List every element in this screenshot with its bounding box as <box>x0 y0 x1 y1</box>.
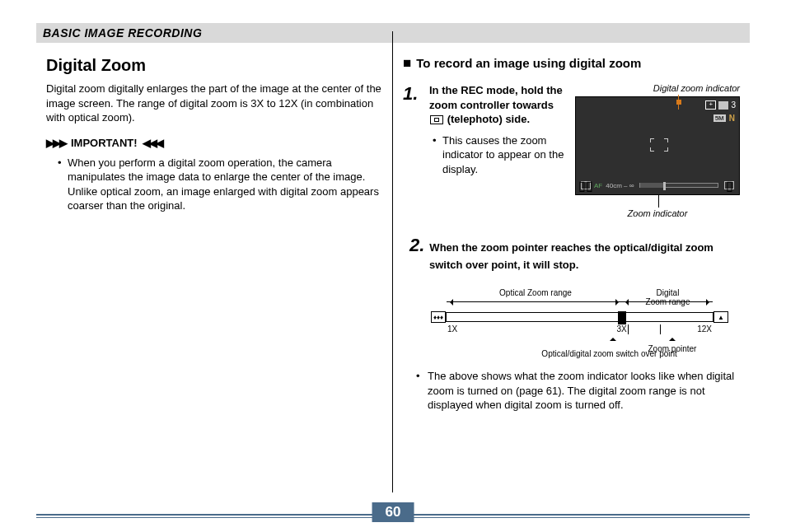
step-1: 1. In the REC mode, hold the zoom contro… <box>403 83 740 218</box>
step-1-text: In the REC mode, hold the zoom controlle… <box>429 83 567 218</box>
wide-end-icon: ♦♦♦ <box>431 311 446 323</box>
digital-arrows-icon <box>622 301 713 310</box>
callout-switch-point: Optical/digital zoom switch over point <box>503 349 717 358</box>
wide-icon: ▯▯ <box>581 181 591 189</box>
focus-distance: 40cm – ∞ <box>606 182 634 189</box>
section-header: BASIC IMAGE RECORDING <box>36 23 750 43</box>
shots-remaining: 3 <box>731 100 736 110</box>
step-1-bullets: This causes the zoom indicator to appear… <box>429 133 567 177</box>
image-size-badge: 5M <box>713 114 726 122</box>
step-2-lead: 2.When the zoom pointer reaches the opti… <box>429 233 740 272</box>
optical-arrows-icon <box>447 301 622 310</box>
caption-digital-zoom-indicator: Digital zoom indicator <box>575 83 740 93</box>
camera-screen-illustration: Digital zoom indicator 3 5M N <box>575 83 740 218</box>
column-divider <box>392 31 393 492</box>
caption-zoom-indicator: Zoom indicator <box>575 208 740 218</box>
quality-indicator: N <box>729 114 735 123</box>
procedure-heading-text: To record an image using digital zoom <box>416 56 641 70</box>
page-number: 60 <box>372 502 414 522</box>
status-icon <box>718 101 728 110</box>
magnify-icon <box>705 100 716 110</box>
deco-arrows-right-icon: ▶▶▶ <box>46 137 66 149</box>
procedure-heading: ■ To record an image using digital zoom <box>403 56 740 70</box>
important-list: When you perform a digital zoom operatio… <box>46 156 383 213</box>
important-heading: ▶▶▶ IMPORTANT! ◀◀◀ <box>46 137 383 149</box>
content-columns: Digital Zoom Digital zoom digitally enla… <box>36 51 750 413</box>
zoom-bar-icon <box>639 183 718 188</box>
deco-arrows-left-icon: ◀◀◀ <box>143 137 162 149</box>
digital-zoom-title: Digital Zoom <box>46 56 383 75</box>
lcd-row-2: 5M N <box>713 114 735 123</box>
left-column: Digital Zoom Digital zoom digitally enla… <box>36 51 393 413</box>
manual-page: BASIC IMAGE RECORDING Digital Zoom Digit… <box>0 0 786 532</box>
right-column: ■ To record an image using digital zoom … <box>393 51 750 413</box>
important-bullet: When you perform a digital zoom operatio… <box>58 156 383 213</box>
step-2-number: 2. <box>409 235 424 255</box>
callout-arrow-left <box>610 334 616 345</box>
tele-icon: ▯ <box>724 181 734 189</box>
callout-line-bottom-icon <box>658 194 659 208</box>
camera-lcd: 3 5M N ▯▯ AF 40cm – ∞ <box>575 96 740 195</box>
square-bullet-icon: ■ <box>403 56 411 70</box>
step-1-lead: In the REC mode, hold the zoom controlle… <box>429 83 567 127</box>
arrow-up-icon <box>669 334 676 341</box>
label-1x: 1X <box>447 324 457 334</box>
lcd-bottom-row: ▯▯ AF 40cm – ∞ ▯ <box>581 181 734 189</box>
step-1-number: 1. <box>403 83 421 218</box>
af-label: AF <box>594 182 602 189</box>
zoom-range-diagram: Optical Zoom range Digital Zoom range ♦♦… <box>431 288 728 364</box>
tele-end-icon: ▲ <box>713 311 728 323</box>
zoom-pointer-icon <box>618 311 626 324</box>
note-paragraph: The above shows what the zoom indicator … <box>403 369 740 413</box>
lcd-top-right: 3 <box>705 100 736 110</box>
focus-frame-icon <box>650 138 668 152</box>
telephoto-icon <box>430 115 443 124</box>
zoom-knob-icon <box>663 182 666 190</box>
step-2: 2.When the zoom pointer reaches the opti… <box>403 233 740 272</box>
digital-zoom-indicator-icon <box>676 100 681 105</box>
label-3x: 3X <box>616 324 626 334</box>
zoom-range-bar <box>446 312 713 322</box>
diagram-bar-row: ♦♦♦ ▲ <box>431 311 728 323</box>
important-label: IMPORTANT! <box>71 137 138 149</box>
step-1-bullet: This causes the zoom indicator to appear… <box>433 133 567 177</box>
intro-paragraph: Digital zoom digitally enlarges the part… <box>46 82 383 125</box>
arrow-up-icon <box>610 334 616 341</box>
label-12x: 12X <box>697 324 712 334</box>
